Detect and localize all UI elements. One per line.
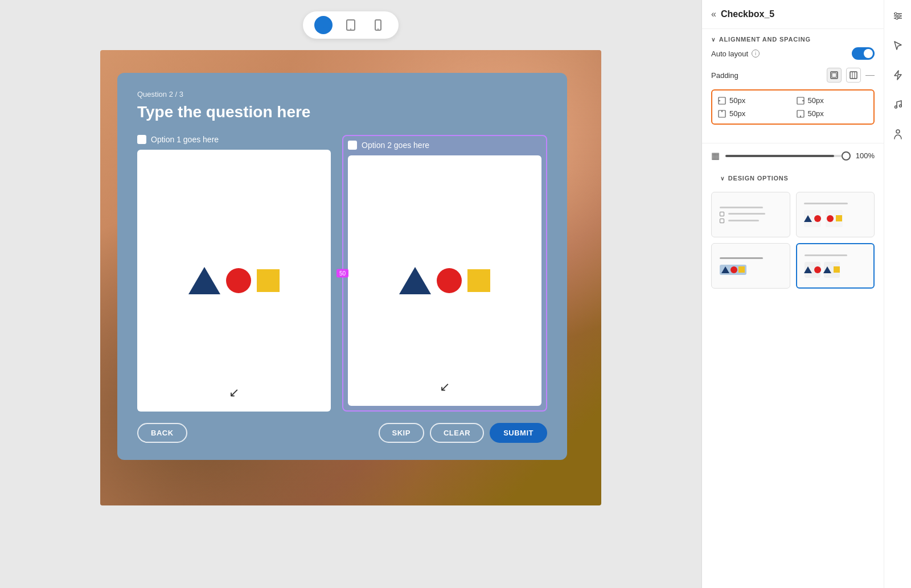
auto-layout-row: Auto layout i: [711, 47, 875, 60]
music-icon-btn[interactable]: [889, 96, 907, 114]
icon-rail: [884, 0, 911, 588]
option-1[interactable]: Option 1 goes here ↙: [137, 135, 331, 412]
mini-shape-box-1: [804, 210, 821, 227]
circle-1: [226, 268, 251, 293]
mini-shape-box-3: [720, 265, 746, 275]
option-2-checkbox[interactable]: [348, 141, 357, 150]
alignment-chevron-icon[interactable]: ∨: [711, 36, 716, 43]
spacing-badge: 50: [337, 269, 348, 278]
opacity-row: ▦ 100%: [702, 143, 884, 168]
quiz-card: Question 2 / 3 Type the question here Op…: [117, 73, 567, 460]
shapes-2: [399, 267, 490, 294]
alignment-controls: Auto layout i Padding: [702, 47, 884, 143]
question-title: Type the question here: [137, 103, 547, 121]
option-2[interactable]: 50 Option 2 goes here ↙: [342, 135, 547, 412]
mini-sq-1: [836, 215, 842, 221]
svg-point-2: [350, 28, 351, 30]
svg-point-26: [896, 130, 900, 133]
design-option-3[interactable]: [711, 243, 790, 289]
design-option-1-inner: [720, 199, 782, 231]
svg-point-4: [377, 28, 379, 30]
mobile-device-btn[interactable]: [369, 16, 387, 34]
options-container: Option 1 goes here ↙: [137, 135, 547, 412]
shapes-1: [188, 267, 280, 294]
option-2-image: ↙: [348, 155, 541, 406]
design-option-2[interactable]: [796, 192, 875, 237]
design-option-4[interactable]: [796, 243, 875, 289]
padding-top-item: 50px: [718, 109, 790, 118]
mini-shapes-row-2: [720, 265, 782, 275]
mini-shape-box-2: [826, 210, 843, 227]
mini-cir-3: [731, 266, 737, 273]
preview-frame: Question 2 / 3 Type the question here Op…: [100, 50, 601, 505]
opacity-slider[interactable]: [725, 155, 846, 157]
right-buttons: SKIP CLEAR SUBMIT: [379, 423, 547, 443]
svg-rect-6: [832, 73, 836, 77]
padding-all-btn[interactable]: [827, 68, 842, 83]
mini-tri-1: [804, 215, 812, 222]
auto-layout-label: Auto layout i: [711, 50, 760, 58]
mini-tri-3: [804, 266, 812, 273]
padding-bottom-value[interactable]: 50px: [808, 109, 824, 118]
option-1-checkbox[interactable]: [137, 135, 146, 144]
back-button[interactable]: BACK: [137, 423, 187, 443]
opacity-icon: ▦: [711, 150, 720, 161]
svg-rect-7: [850, 72, 857, 79]
mini-shape-box-4: [805, 262, 820, 278]
skip-button[interactable]: SKIP: [379, 423, 424, 443]
padding-individual-btn[interactable]: [846, 68, 861, 83]
mini-tri-4: [823, 266, 831, 273]
canvas-area: Question 2 / 3 Type the question here Op…: [0, 0, 701, 588]
filter-icon-btn[interactable]: [889, 7, 907, 25]
app-layout: Question 2 / 3 Type the question here Op…: [0, 0, 911, 588]
svg-rect-0: [318, 20, 329, 28]
padding-left-item: 50px: [718, 96, 790, 105]
question-counter: Question 2 / 3: [137, 90, 547, 98]
info-icon[interactable]: i: [752, 50, 760, 57]
person-icon-btn[interactable]: [889, 125, 907, 143]
design-option-1[interactable]: [711, 192, 790, 237]
buttons-row: BACK SKIP CLEAR SUBMIT: [137, 423, 547, 443]
submit-button[interactable]: SUBMIT: [490, 423, 547, 443]
tablet-device-btn[interactable]: [342, 16, 360, 34]
mini-option-row-2: [720, 219, 782, 223]
design-options-chevron-icon[interactable]: ∨: [720, 175, 725, 182]
padding-top-icon: [718, 110, 726, 118]
mini-line-1: [720, 207, 763, 208]
mini-line-3: [720, 257, 763, 259]
desktop-device-btn[interactable]: [314, 16, 333, 34]
square-1: [257, 269, 280, 292]
padding-left-value[interactable]: 50px: [729, 96, 745, 105]
opacity-value: 100%: [852, 151, 875, 160]
back-chevron-icon[interactable]: «: [711, 9, 716, 19]
padding-right-icon: [797, 97, 805, 105]
svg-point-25: [899, 105, 901, 107]
panel-title-row: « Checkbox_5: [711, 9, 774, 19]
mini-sq-3: [834, 266, 840, 273]
design-options-title: ∨ DESIGN OPTIONS: [711, 168, 875, 186]
clear-button[interactable]: CLEAR: [430, 423, 484, 443]
padding-grid: 50px 50px: [711, 89, 875, 125]
mini-shapes-4: [823, 266, 840, 273]
device-toolbar: [303, 11, 399, 39]
padding-label: Padding: [711, 71, 738, 80]
cursor-icon-btn[interactable]: [889, 36, 907, 55]
right-container: « Checkbox_5 ∨ ALIGNMENT AND SPACING Aut…: [701, 0, 911, 588]
mini-shapes-3: [804, 266, 821, 273]
lightning-icon-btn[interactable]: [889, 66, 907, 84]
mini-line-2: [804, 203, 847, 204]
padding-bottom-item: 50px: [797, 109, 868, 118]
padding-top-value[interactable]: 50px: [729, 109, 745, 118]
design-option-3-inner: [720, 250, 782, 282]
padding-right-value[interactable]: 50px: [808, 96, 824, 105]
triangle-2: [399, 267, 431, 294]
mini-shapes-row-3: [805, 262, 866, 278]
mini-checkbox-2: [720, 219, 724, 223]
option-1-label: Option 1 goes here: [137, 135, 331, 144]
properties-panel: « Checkbox_5 ∨ ALIGNMENT AND SPACING Aut…: [702, 0, 884, 588]
mini-sq-2: [738, 266, 745, 273]
opacity-thumb[interactable]: [842, 151, 851, 161]
mini-shapes-row: [804, 210, 866, 227]
design-options-grid: [711, 192, 875, 289]
auto-layout-toggle[interactable]: [852, 47, 875, 60]
